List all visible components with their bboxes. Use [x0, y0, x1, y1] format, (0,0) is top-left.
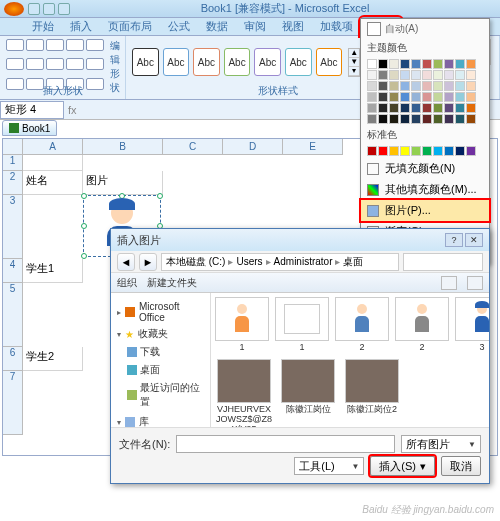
dialog-search-input[interactable] [403, 253, 483, 271]
col-D[interactable]: D [223, 139, 283, 155]
color-swatch[interactable] [466, 146, 476, 156]
color-swatch[interactable] [400, 103, 410, 113]
insert-button[interactable]: 插入(S) ▾ [370, 456, 435, 476]
color-swatch[interactable] [367, 59, 377, 69]
office-button[interactable] [4, 2, 24, 16]
color-swatch[interactable] [411, 114, 421, 124]
color-swatch[interactable] [389, 103, 399, 113]
color-swatch[interactable] [378, 81, 388, 91]
file-item[interactable]: VJHEURVEXJOWSZ$@Z8X(V95 [215, 359, 273, 427]
style-item[interactable]: Abc [316, 48, 343, 76]
qat-redo-icon[interactable] [58, 3, 70, 15]
col-A[interactable]: A [23, 139, 83, 155]
nav-forward-icon[interactable]: ► [139, 253, 157, 271]
file-item[interactable]: 陈徽江岗位2 [343, 359, 401, 427]
qat-undo-icon[interactable] [43, 3, 55, 15]
style-item[interactable]: Abc [193, 48, 220, 76]
window-help-icon[interactable]: ? [445, 233, 463, 247]
fill-more-colors[interactable]: 其他填充颜色(M)... [361, 179, 489, 200]
color-swatch[interactable] [444, 146, 454, 156]
qat-save-icon[interactable] [28, 3, 40, 15]
color-swatch[interactable] [466, 92, 476, 102]
color-swatch[interactable] [367, 81, 377, 91]
help-icon[interactable] [467, 276, 483, 290]
color-swatch[interactable] [378, 103, 388, 113]
color-swatch[interactable] [422, 92, 432, 102]
nav-downloads[interactable]: 下载 [113, 343, 208, 361]
cell-A6[interactable]: 学生2 [23, 347, 83, 371]
color-swatch[interactable] [466, 103, 476, 113]
color-swatch[interactable] [433, 146, 443, 156]
dialog-titlebar[interactable]: 插入图片 ? ✕ [111, 229, 489, 251]
filename-input[interactable] [176, 435, 395, 453]
row-2[interactable]: 2 [3, 171, 23, 195]
nav-favorites[interactable]: ▾★收藏夹 [117, 327, 208, 341]
tab-insert[interactable]: 插入 [62, 18, 100, 35]
toolbar-organize[interactable]: 组织 [117, 276, 137, 290]
row-6[interactable]: 6 [3, 347, 23, 371]
row-4[interactable]: 4 [3, 259, 23, 283]
style-item[interactable]: Abc [285, 48, 312, 76]
breadcrumb[interactable]: 本地磁盘 (C:)▸ Users▸ Administrator▸ 桌面 [161, 253, 399, 271]
cell-A2[interactable]: 姓名 [23, 171, 83, 195]
color-swatch[interactable] [389, 114, 399, 124]
row-3[interactable]: 3 [3, 195, 23, 259]
color-swatch[interactable] [411, 70, 421, 80]
theme-color-grid[interactable] [361, 57, 489, 126]
color-swatch[interactable] [433, 59, 443, 69]
color-swatch[interactable] [367, 92, 377, 102]
color-swatch[interactable] [367, 114, 377, 124]
color-swatch[interactable] [389, 146, 399, 156]
color-swatch[interactable] [422, 114, 432, 124]
nav-recent[interactable]: 最近访问的位置 [113, 379, 208, 411]
color-swatch[interactable] [367, 146, 377, 156]
filetype-combo[interactable]: 所有图片▼ [401, 435, 481, 453]
color-swatch[interactable] [389, 59, 399, 69]
color-swatch[interactable] [411, 146, 421, 156]
style-item[interactable]: Abc [132, 48, 159, 76]
resize-handle-icon[interactable] [157, 193, 163, 199]
color-swatch[interactable] [433, 70, 443, 80]
color-swatch[interactable] [444, 92, 454, 102]
nav-back-icon[interactable]: ◄ [117, 253, 135, 271]
color-swatch[interactable] [433, 103, 443, 113]
color-swatch[interactable] [400, 70, 410, 80]
fill-none[interactable]: 无填充颜色(N) [361, 158, 489, 179]
color-swatch[interactable] [367, 70, 377, 80]
color-swatch[interactable] [411, 92, 421, 102]
style-gallery-scroll[interactable]: ▲▼▾ [348, 48, 360, 77]
color-swatch[interactable] [433, 81, 443, 91]
crumb[interactable]: Administrator [274, 256, 333, 267]
color-swatch[interactable] [422, 146, 432, 156]
color-swatch[interactable] [378, 146, 388, 156]
color-swatch[interactable] [455, 81, 465, 91]
color-swatch[interactable] [389, 92, 399, 102]
file-item[interactable]: 1 [275, 297, 329, 353]
crumb[interactable]: Users [236, 256, 262, 267]
color-swatch[interactable] [444, 70, 454, 80]
tab-data[interactable]: 数据 [198, 18, 236, 35]
color-swatch[interactable] [422, 103, 432, 113]
color-swatch[interactable] [422, 70, 432, 80]
standard-color-grid[interactable] [361, 144, 489, 158]
col-C[interactable]: C [163, 139, 223, 155]
color-swatch[interactable] [444, 59, 454, 69]
tab-home[interactable]: 开始 [24, 18, 62, 35]
color-swatch[interactable] [378, 59, 388, 69]
row-7[interactable]: 7 [3, 371, 23, 435]
color-swatch[interactable] [444, 114, 454, 124]
color-swatch[interactable] [422, 59, 432, 69]
color-swatch[interactable] [400, 92, 410, 102]
color-swatch[interactable] [367, 103, 377, 113]
tab-layout[interactable]: 页面布局 [100, 18, 160, 35]
col-B[interactable]: B [83, 139, 163, 155]
color-swatch[interactable] [455, 59, 465, 69]
col-E[interactable]: E [283, 139, 343, 155]
color-swatch[interactable] [455, 70, 465, 80]
view-options-icon[interactable] [441, 276, 457, 290]
window-close-icon[interactable]: ✕ [465, 233, 483, 247]
cell[interactable] [23, 155, 83, 171]
cell-A4[interactable]: 学生1 [23, 259, 83, 283]
fx-icon[interactable]: fx [64, 104, 81, 116]
resize-handle-icon[interactable] [81, 223, 87, 229]
